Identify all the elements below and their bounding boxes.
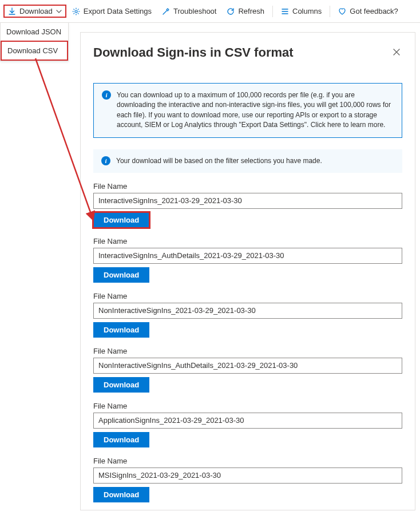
download-csv-item[interactable]: Download CSV [1,41,68,61]
file-group-1: File Name Download [93,237,402,283]
close-button[interactable] [392,47,402,58]
download-dropdown[interactable]: Download [3,5,66,18]
file-group-4: File Name Download [93,402,402,447]
file-name-input-4[interactable] [93,413,402,429]
columns-icon [281,7,289,15]
download-icon [8,7,16,15]
file-name-label: File Name [93,237,402,245]
troubleshoot-label: Troubleshoot [173,7,216,15]
file-group-5: File Name Download [93,457,402,502]
file-name-input-1[interactable] [93,248,402,264]
file-group-0: File Name Download [93,182,402,228]
file-name-input-2[interactable] [93,303,402,319]
svg-point-0 [75,10,77,13]
info-text-filter: Your download will be based on the filte… [116,156,322,166]
file-name-label: File Name [93,347,402,355]
toolbar-divider [272,6,273,17]
file-name-input-0[interactable] [93,193,402,209]
gear-icon [72,7,80,15]
panel-title: Download Sign-ins in CSV format [93,45,294,60]
refresh-label: Refresh [238,7,264,15]
close-icon [392,47,401,57]
file-group-3: File Name Download [93,347,402,393]
panel-body: i You can download up to a maximum of 10… [81,66,415,510]
download-label: Download [19,7,53,15]
download-button-3[interactable]: Download [93,377,149,393]
export-data-settings-button[interactable]: Export Data Settings [68,3,156,19]
file-name-label: File Name [93,457,402,465]
download-button-2[interactable]: Download [93,322,149,338]
export-data-settings-label: Export Data Settings [84,7,152,15]
columns-button[interactable]: Columns [276,3,326,19]
toolbar: Download Export Data Settings Troublesho… [0,0,420,23]
file-name-label: File Name [93,402,402,410]
download-button-0[interactable]: Download [93,212,149,228]
info-box-filter: i Your download will be based on the fil… [93,149,402,173]
columns-label: Columns [292,7,322,15]
chevron-down-icon [56,9,62,14]
download-button-1[interactable]: Download [93,267,149,283]
file-name-input-5[interactable] [93,468,402,484]
file-name-label: File Name [93,182,402,191]
refresh-button[interactable]: Refresh [222,3,269,19]
refresh-icon [227,7,235,15]
wrench-icon [162,7,170,15]
download-panel: Download Sign-ins in CSV format i You ca… [80,32,415,510]
info-text-limits: You can download up to a maximum of 100,… [117,90,394,130]
got-feedback-label: Got feedback? [350,7,398,15]
file-group-2: File Name Download [93,292,402,338]
download-dropdown-menu: Download JSON Download CSV [0,22,69,61]
info-icon: i [102,90,111,100]
download-button-4[interactable]: Download [93,432,149,447]
download-json-item[interactable]: Download JSON [1,23,68,41]
troubleshoot-button[interactable]: Troubleshoot [157,3,221,19]
toolbar-divider [330,6,330,17]
file-name-input-3[interactable] [93,358,402,374]
info-icon: i [101,156,110,165]
panel-header: Download Sign-ins in CSV format [81,33,415,66]
download-button-5[interactable]: Download [93,487,149,502]
info-box-limits: i You can download up to a maximum of 10… [93,83,402,138]
heart-icon [338,7,346,15]
got-feedback-button[interactable]: Got feedback? [334,3,403,19]
file-name-label: File Name [93,292,402,300]
